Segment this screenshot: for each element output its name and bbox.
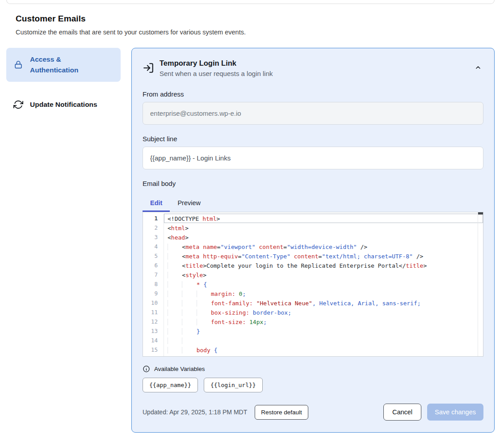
info-icon [143, 365, 150, 373]
code-line-7[interactable]: 7 <style> [143, 270, 483, 279]
line-number: 12 [143, 317, 164, 326]
line-number: 16 [143, 354, 164, 357]
code-text: box-sizing: border-box; [164, 308, 291, 316]
previous-card-bottom-edge [6, 0, 495, 4]
code-text [164, 336, 197, 345]
cancel-button[interactable]: Cancel [383, 404, 421, 421]
subject-line-label: Subject line [143, 135, 483, 143]
sidebar-item-access-authentication[interactable]: Access & Authentication [6, 48, 121, 82]
code-text: <head> [164, 233, 189, 241]
line-number: 9 [143, 289, 164, 298]
panel-header: Temporary Login Link Sent when a user re… [143, 59, 483, 77]
page: Customer Emails Customize the emails tha… [0, 0, 504, 438]
from-address-label: From address [143, 90, 483, 98]
editor-scrollbar-thumb[interactable] [478, 212, 483, 215]
line-number: 2 [143, 223, 164, 232]
line-number: 10 [143, 298, 164, 307]
from-address-input[interactable] [143, 102, 483, 125]
code-editor-lines: 1<!DOCTYPE html>2<html>3<head>4 <meta na… [143, 214, 483, 357]
sidebar: Access & AuthenticationUpdate Notificati… [6, 48, 121, 116]
line-number: 8 [143, 279, 164, 289]
variable-chip-login_url[interactable]: {{login_url}} [204, 378, 263, 392]
variable-chips: {{app_name}}{{login_url}} [143, 378, 483, 392]
code-line-6[interactable]: 6 <title>Complete your login to the Repl… [143, 261, 483, 270]
panel-subtitle: Sent when a user requests a login link [160, 70, 273, 77]
line-number: 5 [143, 251, 164, 261]
code-text: background-color: #ffffff [164, 355, 298, 357]
line-number: 11 [143, 307, 164, 317]
tab-preview[interactable]: Preview [170, 194, 208, 212]
code-line-3[interactable]: 3<head> [143, 232, 483, 242]
code-editor[interactable]: 1<!DOCTYPE html>2<html>3<head>4 <meta na… [143, 212, 483, 357]
code-text: * { [164, 280, 207, 288]
code-text: } [164, 327, 200, 335]
code-text: <html> [164, 223, 189, 232]
login-icon [143, 62, 154, 74]
sidebar-item-label: Access & Authentication [30, 54, 104, 76]
updated-timestamp: Updated: Apr 29, 2025, 1:18 PM MDT [143, 409, 247, 416]
available-variables-header: Available Variables [143, 365, 483, 373]
tab-edit[interactable]: Edit [143, 194, 170, 212]
collapse-panel-button[interactable] [473, 62, 483, 74]
available-variables-label: Available Variables [154, 366, 205, 372]
code-text: <style> [164, 270, 206, 279]
variable-chip-app_name[interactable]: {{app_name}} [143, 378, 198, 392]
code-line-10[interactable]: 10 font-family: "Helvetica Neue", Helvet… [143, 298, 483, 307]
chevron-up-icon [475, 66, 482, 72]
available-variables-section: Available Variables {{app_name}}{{login_… [143, 365, 483, 392]
subject-line-input[interactable] [143, 147, 483, 169]
sidebar-item-label: Update Notifications [30, 99, 97, 110]
code-line-15[interactable]: 15 body { [143, 345, 483, 354]
email-body-label: Email body [143, 180, 483, 187]
code-text: <meta http-equiv="Content-Type" content=… [164, 252, 423, 260]
email-settings-panel: Temporary Login Link Sent when a user re… [131, 48, 495, 433]
code-text: <title>Complete your login to the Replic… [164, 261, 427, 270]
line-number: 4 [143, 242, 164, 251]
refresh-icon [13, 100, 23, 110]
lock-icon [13, 60, 23, 70]
code-text: body { [164, 345, 218, 354]
code-line-5[interactable]: 5 <meta http-equiv="Content-Type" conten… [143, 251, 483, 261]
restore-default-button[interactable]: Restore default [255, 405, 308, 420]
line-number: 13 [143, 326, 164, 336]
code-line-14[interactable]: 14 [143, 336, 483, 345]
page-subtitle: Customize the emails that are sent to yo… [16, 29, 504, 36]
code-line-8[interactable]: 8 * { [143, 279, 483, 289]
panel-title: Temporary Login Link [160, 59, 273, 67]
save-changes-button[interactable]: Save changes [427, 404, 483, 421]
code-text: <meta name="viewport" content="width=dev… [164, 242, 367, 251]
line-number: 1 [143, 214, 164, 223]
email-body-tabs: EditPreview [143, 194, 483, 212]
code-text: <!DOCTYPE html> [164, 214, 220, 223]
code-line-9[interactable]: 9 margin: 0; [143, 289, 483, 298]
code-text: margin: 0; [164, 289, 246, 298]
editor-scrollbar[interactable] [478, 212, 483, 356]
code-line-12[interactable]: 12 font-size: 14px; [143, 317, 483, 326]
code-line-2[interactable]: 2<html> [143, 223, 483, 232]
sidebar-item-update-notifications[interactable]: Update Notifications [6, 93, 121, 116]
line-number: 3 [143, 232, 164, 242]
code-line-16[interactable]: 16 background-color: #ffffff [143, 354, 483, 357]
line-number: 7 [143, 270, 164, 279]
page-header: Customer Emails Customize the emails tha… [16, 14, 504, 36]
code-line-1[interactable]: 1<!DOCTYPE html> [143, 214, 483, 223]
code-line-13[interactable]: 13 } [143, 326, 483, 336]
panel-footer: Updated: Apr 29, 2025, 1:18 PM MDT Resto… [143, 404, 483, 421]
code-text: font-family: "Helvetica Neue", Helvetica… [164, 299, 421, 307]
line-number: 14 [143, 336, 164, 345]
code-line-11[interactable]: 11 box-sizing: border-box; [143, 307, 483, 317]
line-number: 15 [143, 345, 164, 354]
line-number: 6 [143, 261, 164, 270]
panel-header-text: Temporary Login Link Sent when a user re… [160, 59, 273, 77]
content: Access & AuthenticationUpdate Notificati… [0, 48, 504, 433]
code-text: font-size: 14px; [164, 317, 267, 326]
code-line-4[interactable]: 4 <meta name="viewport" content="width=d… [143, 242, 483, 251]
page-title: Customer Emails [16, 14, 504, 24]
